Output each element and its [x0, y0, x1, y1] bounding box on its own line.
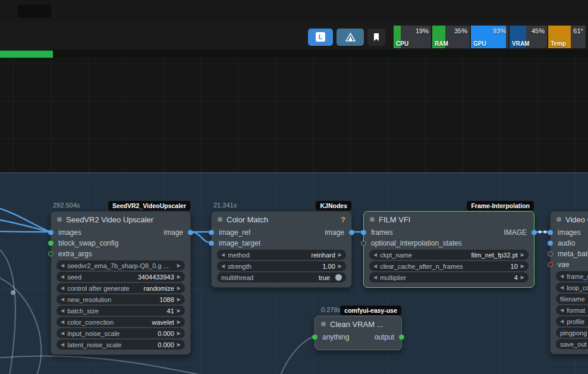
temp-value: 61° — [573, 27, 583, 34]
widget-clearcache-label: clear_cache_after_n_frames — [380, 263, 463, 270]
arrow-right-icon[interactable]: ▶ — [521, 275, 524, 280]
input-port-frames[interactable] — [361, 230, 366, 235]
collapse-dot[interactable] — [370, 217, 375, 222]
input-port-block-swap-config[interactable] — [48, 241, 54, 246]
output-port-image[interactable] — [188, 230, 193, 235]
logo-button[interactable] — [337, 29, 364, 46]
input-port-extra-args[interactable] — [48, 252, 54, 257]
node-film-vfi[interactable]: Frame-Interpolation FILM VFI frames IMAG… — [363, 211, 534, 288]
widget-seed-value: 3404433943 — [138, 274, 174, 281]
widget-clear-cache[interactable]: ◀ clear_cache_after_n_frames 10 ▶ — [369, 261, 529, 271]
widget-method[interactable]: ◀ method reinhard ▶ — [217, 250, 346, 260]
node-color-match[interactable]: 21.341s KJNodes Color Match ? image_ref … — [211, 211, 352, 288]
widget-latent-noise-scale[interactable]: ◀ latent_noise_scale 0.000 ▶ — [56, 340, 185, 350]
widget-colorcorr-value: wavelet — [152, 319, 174, 326]
arrow-left-icon[interactable]: ◀ — [373, 252, 377, 257]
collapse-dot[interactable] — [218, 217, 222, 222]
arrow-right-icon[interactable]: ▶ — [177, 297, 181, 302]
arrow-left-icon[interactable]: ◀ — [373, 263, 377, 269]
widget-control-after-generate[interactable]: ◀ control after generate randomize ▶ — [56, 283, 185, 293]
menu-item-box[interactable] — [18, 5, 51, 18]
widget-multithread-toggle[interactable]: multithread true — [217, 272, 346, 282]
arrow-right-icon[interactable]: ▶ — [177, 308, 181, 313]
toggle-knob[interactable] — [335, 274, 342, 281]
workspace-button[interactable]: L — [308, 29, 333, 46]
collapse-dot[interactable] — [556, 217, 561, 222]
input-port-anything[interactable] — [312, 335, 317, 340]
widget-save-output-toggle[interactable]: save_out — [556, 339, 588, 349]
input-port-vae[interactable] — [548, 262, 553, 268]
cleanvram-title-bar[interactable]: Clean VRAM ... — [315, 316, 401, 332]
input-port-audio[interactable] — [548, 241, 553, 246]
widget-filename[interactable]: filename — [556, 294, 588, 304]
node-clean-vram[interactable]: 0.278s comfyui-easy-use Clean VRAM ... a… — [315, 316, 402, 350]
videocombine-title-bar[interactable]: Video C — [551, 212, 588, 227]
arrow-left-icon[interactable]: ◀ — [61, 285, 64, 291]
widget-strength[interactable]: ◀ strength 1.00 ▶ — [217, 261, 346, 271]
arrow-right-icon[interactable]: ▶ — [338, 263, 342, 269]
arrow-left-icon[interactable]: ◀ — [560, 307, 564, 313]
input-port-images[interactable] — [548, 230, 553, 235]
widget-format[interactable]: ◀ format — [556, 305, 588, 315]
arrow-right-icon[interactable]: ▶ — [177, 331, 181, 336]
arrow-left-icon[interactable]: ◀ — [373, 275, 377, 280]
widget-frame-rate[interactable]: ◀ frame_ra — [556, 271, 588, 281]
widget-resolution-value: 1088 — [159, 296, 174, 303]
widget-multiplier[interactable]: ◀ multiplier 4 ▶ — [369, 272, 529, 282]
arrow-left-icon[interactable]: ◀ — [61, 297, 64, 302]
arrow-right-icon[interactable]: ▶ — [177, 263, 181, 268]
input-port-meta-batch[interactable] — [548, 252, 553, 257]
filmvfi-title-bar[interactable]: FILM VFI — [364, 212, 534, 227]
arrow-right-icon[interactable]: ▶ — [521, 263, 524, 269]
cpu-label: CPU — [396, 40, 408, 47]
input-port-image-target[interactable] — [209, 241, 214, 246]
arrow-right-icon[interactable]: ▶ — [177, 342, 181, 347]
collapse-dot[interactable] — [57, 217, 62, 222]
widget-batch-size[interactable]: ◀ batch_size 41 ▶ — [56, 306, 185, 316]
arrow-left-icon[interactable]: ◀ — [221, 252, 225, 257]
widget-pingpong-toggle[interactable]: pingpong — [556, 328, 588, 338]
arrow-right-icon[interactable]: ▶ — [521, 252, 524, 257]
arrow-right-icon[interactable]: ▶ — [177, 274, 181, 279]
node-graph-canvas[interactable]: 292.504s SeedVR2_VideoUpscaler SeedVR2 V… — [0, 58, 588, 374]
cleanvram-title: Clean VRAM ... — [330, 320, 383, 329]
input-port-optional-interpolation-states[interactable] — [361, 241, 366, 246]
arrow-right-icon[interactable]: ▶ — [177, 319, 181, 325]
arrow-left-icon[interactable]: ◀ — [61, 263, 64, 268]
widget-input-noise-scale[interactable]: ◀ input_noise_scale 0.000 ▶ — [56, 328, 185, 338]
colormatch-title-bar[interactable]: Color Match ? — [212, 212, 351, 227]
arrow-left-icon[interactable]: ◀ — [61, 274, 64, 279]
arrow-left-icon[interactable]: ◀ — [560, 319, 564, 324]
input-port-images[interactable] — [48, 230, 54, 235]
output-port-output[interactable] — [399, 335, 404, 340]
collapse-dot[interactable] — [321, 322, 326, 326]
widget-model-combo[interactable]: ◀ seedvr2_ema_7b_sharp-Q8_0.g ... ▶ — [56, 260, 185, 271]
help-icon[interactable]: ? — [341, 215, 345, 224]
seedvr2-title-bar[interactable]: SeedVR2 Video Upscaler — [51, 212, 190, 227]
output-port-image[interactable] — [349, 230, 354, 235]
port-label-frames: frames — [371, 228, 393, 237]
toolbar: L CPU 19% — [0, 21, 588, 51]
arrow-left-icon[interactable]: ◀ — [560, 274, 564, 279]
bookmark-button[interactable] — [367, 29, 385, 46]
arrow-left-icon[interactable]: ◀ — [61, 331, 64, 336]
arrow-left-icon[interactable]: ◀ — [560, 285, 564, 290]
input-port-image-ref[interactable] — [209, 230, 214, 235]
arrow-left-icon[interactable]: ◀ — [61, 308, 64, 313]
top-menu-bar — [0, 0, 588, 21]
arrow-left-icon[interactable]: ◀ — [61, 342, 64, 347]
widget-color-correction[interactable]: ◀ color_correction wavelet ▶ — [56, 317, 185, 327]
widget-new-resolution[interactable]: ◀ new_resolution 1088 ▶ — [56, 294, 185, 304]
widget-profile[interactable]: ◀ profile — [556, 316, 588, 326]
widget-ckpt-name[interactable]: ◀ ckpt_name film_net_fp32.pt ▶ — [369, 250, 529, 260]
widget-loop-count[interactable]: ◀ loop_co — [556, 282, 588, 293]
arrow-right-icon[interactable]: ▶ — [177, 285, 181, 291]
node-seedvr2-video-upscaler[interactable]: 292.504s SeedVR2_VideoUpscaler SeedVR2 V… — [51, 211, 191, 355]
node-video-combine[interactable]: Video C images audio meta_batch vae — [550, 211, 588, 354]
arrow-left-icon[interactable]: ◀ — [61, 319, 64, 325]
output-port-image[interactable] — [532, 230, 537, 235]
widget-seed[interactable]: ◀ seed 3404433943 ▶ — [56, 272, 185, 282]
arrow-right-icon[interactable]: ▶ — [338, 252, 342, 257]
arrow-left-icon[interactable]: ◀ — [221, 263, 225, 269]
port-row-audio: audio — [551, 238, 588, 249]
